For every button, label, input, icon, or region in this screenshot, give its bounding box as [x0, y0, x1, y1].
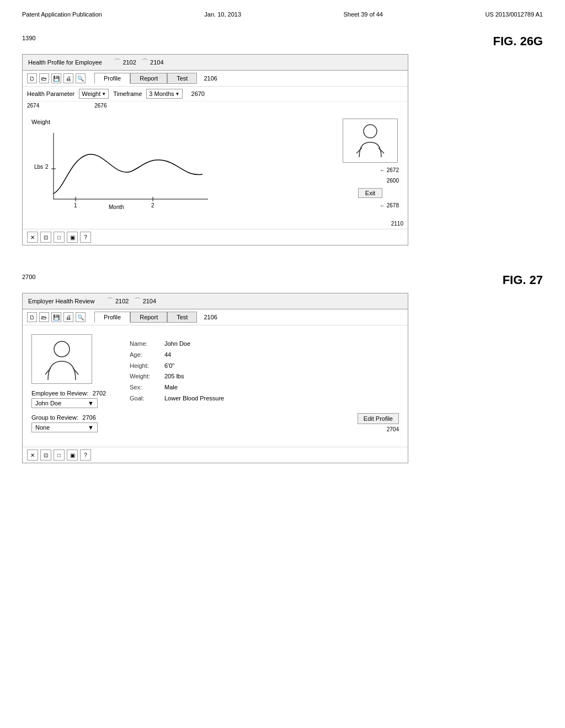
- bottom-icon-copy-27[interactable]: ⊡: [40, 449, 51, 461]
- param-arrow: ▼: [102, 92, 106, 97]
- profile-age-row: Age: 44: [130, 350, 395, 361]
- fig26g-title-bar: Health Profile for Employee ⌒ 2102 ⌒ 210…: [23, 55, 408, 71]
- open-icon[interactable]: 🗁: [39, 73, 49, 83]
- fig26g-content: Weight Lbs 2 1: [23, 110, 408, 221]
- fig27-window-title: Employer Health Review: [28, 298, 94, 304]
- employee-arrow: ▼: [88, 400, 94, 406]
- timeframe-arrow: ▼: [175, 92, 180, 97]
- fig27-content: Employee to Review: 2702 John Doe ▼ Grou…: [23, 325, 408, 447]
- svg-text:2: 2: [151, 202, 154, 208]
- profile-height-row: Height: 6'0": [130, 361, 395, 372]
- fig27-label: FIG. 27: [503, 273, 543, 287]
- fig27-window: Employer Health Review ⌒ 2102 ⌒ 2104 🗋 🗁…: [22, 293, 408, 463]
- tab-report-26g[interactable]: Report: [130, 73, 167, 84]
- fig27-tab-group: Profile Report Test: [94, 312, 197, 323]
- fig27-toolbar-icons: 🗋 🗁 💾 🖨 🔍: [27, 312, 86, 322]
- fig27-left-panel: Employee to Review: 2702 John Doe ▼ Grou…: [27, 330, 115, 437]
- search-icon-27[interactable]: 🔍: [76, 312, 86, 322]
- svg-text:Lbs: Lbs: [34, 164, 43, 170]
- patent-number: US 2013/0012789 A1: [485, 11, 543, 18]
- employee-select[interactable]: John Doe ▼: [31, 398, 98, 408]
- tab-test-27[interactable]: Test: [167, 312, 197, 323]
- new-icon[interactable]: 🗋: [27, 73, 37, 83]
- patent-sheet: Sheet 39 of 44: [343, 11, 383, 18]
- patent-header: Patent Application Publication Jan. 10, …: [22, 11, 543, 18]
- fig27-ref-arrow: 2700: [22, 273, 35, 281]
- ref-2704-label: 2704: [125, 426, 399, 432]
- patent-date: Jan. 10, 2013: [204, 11, 241, 18]
- bottom-icon-x[interactable]: ✕: [27, 232, 38, 243]
- fig26g-section: 1390 FIG. 26G Health Profile for Employe…: [22, 34, 543, 245]
- fig26g-label: FIG. 26G: [493, 34, 543, 49]
- save-icon[interactable]: 💾: [51, 73, 61, 83]
- weight-chart-svg: Lbs 2 1 2 Month: [31, 127, 219, 210]
- fig26g-tab-group: Profile Report Test: [94, 73, 197, 84]
- tab-profile-26g[interactable]: Profile: [94, 73, 130, 84]
- group-select[interactable]: None ▼: [31, 422, 98, 432]
- svg-text:2: 2: [45, 164, 49, 170]
- ref-2110-label: 2110: [23, 221, 408, 229]
- bottom-icon-grid[interactable]: ▣: [67, 232, 78, 243]
- fig26g-toolbar: 🗋 🗁 💾 🖨 🔍 Profile Report Test 2106: [23, 71, 408, 87]
- tab-test-26g[interactable]: Test: [167, 73, 197, 84]
- tab-profile-27[interactable]: Profile: [94, 312, 130, 323]
- print-icon-27[interactable]: 🖨: [63, 312, 73, 322]
- avatar-box-27: [31, 334, 92, 384]
- ref-labels-26g: 2674 2676: [23, 101, 408, 110]
- group-arrow: ▼: [88, 424, 94, 431]
- fig26g-window: Health Profile for Employee ⌒ 2102 ⌒ 210…: [22, 54, 408, 245]
- weight-chart: Weight Lbs 2 1: [27, 114, 332, 216]
- fig26g-bottom-toolbar: ✕ ⊡ □ ▣ ?: [23, 229, 408, 245]
- health-param-select[interactable]: Weight ▼: [79, 89, 109, 99]
- profile-name-row: Name: John Doe: [130, 339, 395, 350]
- group-label-row: Group to Review: 2706: [31, 414, 111, 421]
- chart-title: Weight: [31, 119, 327, 125]
- open-icon-27[interactable]: 🗁: [39, 312, 49, 322]
- exit-button[interactable]: Exit: [358, 188, 382, 198]
- profile-info: Name: John Doe Age: 44 Height: 6'0" We: [125, 334, 399, 409]
- tab-report-27[interactable]: Report: [130, 312, 167, 323]
- search-icon[interactable]: 🔍: [76, 73, 86, 83]
- print-icon[interactable]: 🖨: [63, 73, 73, 83]
- fig27-right-panel: Name: John Doe Age: 44 Height: 6'0" We: [121, 330, 403, 437]
- avatar-svg-27: [40, 337, 84, 381]
- fig26g-window-title: Health Profile for Employee: [28, 59, 102, 66]
- avatar-panel-26g: ← 2672 2600 Exit ← 2678: [337, 114, 403, 216]
- save-icon-27[interactable]: 💾: [51, 312, 61, 322]
- bottom-icon-copy[interactable]: ⊡: [40, 232, 51, 243]
- bottom-icon-help-27[interactable]: ?: [80, 449, 91, 461]
- bottom-icon-x-27[interactable]: ✕: [27, 449, 38, 461]
- employee-label-row: Employee to Review: 2702: [31, 389, 111, 397]
- timeframe-select[interactable]: 3 Months ▼: [146, 89, 182, 99]
- ref-2672-label: ← 2672: [342, 167, 399, 173]
- fig27-section: 2700 FIG. 27 Employer Health Review ⌒ 21…: [22, 273, 543, 463]
- svg-line-14: [45, 368, 51, 374]
- fig27-wrapper: Employer Health Review ⌒ 2102 ⌒ 2104 🗋 🗁…: [22, 293, 543, 463]
- health-param-label: Health Parameter: [27, 90, 74, 97]
- edit-profile-button[interactable]: Edit Profile: [358, 413, 399, 424]
- fig27-bottom-toolbar: ✕ ⊡ □ ▣ ?: [23, 447, 408, 463]
- fig26g-toolbar-icons: 🗋 🗁 💾 🖨 🔍: [27, 73, 86, 83]
- edit-profile-area: Edit Profile: [125, 409, 399, 426]
- fig26g-wrapper: Health Profile for Employee ⌒ 2102 ⌒ 210…: [22, 54, 543, 245]
- bottom-icon-help[interactable]: ?: [80, 232, 91, 243]
- bottom-icon-grid-27[interactable]: ▣: [67, 449, 78, 461]
- svg-text:1: 1: [74, 202, 77, 208]
- patent-left: Patent Application Publication: [22, 11, 102, 18]
- svg-point-10: [364, 125, 377, 138]
- fig26g-ref-arrow: 1390: [22, 34, 35, 42]
- profile-weight-row: Weight: 205 lbs: [130, 371, 395, 382]
- bottom-icon-blank-27[interactable]: □: [54, 449, 65, 461]
- fig27-title-bar: Employer Health Review ⌒ 2102 ⌒ 2104: [23, 293, 408, 309]
- ref-2678-label: ← 2678: [342, 202, 399, 208]
- avatar-box-26g: [343, 119, 398, 163]
- bottom-icon-blank[interactable]: □: [54, 232, 65, 243]
- profile-sex-row: Sex: Male: [130, 382, 395, 393]
- svg-point-13: [54, 341, 70, 357]
- avatar-svg: [351, 121, 390, 160]
- svg-line-15: [73, 368, 78, 374]
- fig27-toolbar: 🗋 🗁 💾 🖨 🔍 Profile Report Test 2106: [23, 309, 408, 325]
- new-icon-27[interactable]: 🗋: [27, 312, 37, 322]
- fig26g-controls: Health Parameter Weight ▼ Timeframe 3 Mo…: [23, 87, 408, 101]
- ref-2600-label: 2600: [342, 178, 399, 184]
